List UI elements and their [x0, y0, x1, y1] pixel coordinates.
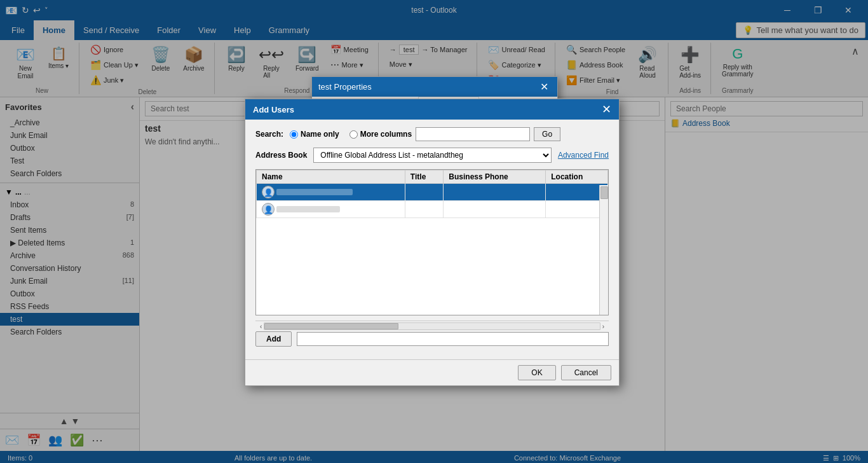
- table-row-2[interactable]: 👤: [257, 201, 608, 218]
- col-title: Title: [405, 170, 443, 184]
- h-scrollbar[interactable]: [264, 322, 600, 330]
- user-search-input[interactable]: [416, 127, 530, 141]
- results-table: Name Title Business Phone Location 👤: [256, 170, 608, 218]
- radio-name-only-input[interactable]: [290, 130, 298, 139]
- add-users-body: Search: Name only More columns Go Ad: [245, 120, 619, 359]
- row2-name: 👤: [257, 201, 405, 218]
- add-users-dialog: Add Users ✕ Search: Name only More colum…: [245, 99, 620, 386]
- add-users-cancel-btn[interactable]: Cancel: [561, 365, 611, 380]
- row1-title: [405, 184, 443, 201]
- add-users-footer: OK Cancel: [245, 359, 619, 385]
- results-container: Name Title Business Phone Location 👤: [255, 169, 609, 315]
- address-book-section-label: Address Book: [255, 151, 307, 160]
- user-icon-1: 👤: [262, 186, 275, 198]
- table-row-1[interactable]: 👤: [257, 184, 608, 201]
- row2-location: [546, 201, 608, 218]
- address-book-select[interactable]: Offline Global Address List - metalandth…: [313, 148, 552, 163]
- scroll-left-btn[interactable]: ‹: [258, 323, 264, 330]
- results-table-head: Name Title Business Phone Location: [257, 170, 608, 184]
- add-row: Add: [255, 331, 609, 347]
- row2-phone: [444, 201, 546, 218]
- properties-dialog-title: test Properties: [318, 82, 372, 92]
- radio-more-columns-label: More columns: [360, 130, 412, 139]
- user-icon-2: 👤: [262, 203, 275, 216]
- radio-more-columns[interactable]: More columns: [349, 130, 412, 139]
- row1-phone: [444, 184, 546, 201]
- properties-dialog-title-bar: test Properties ✕: [312, 77, 557, 97]
- h-scrollbar-thumb: [264, 323, 398, 329]
- address-book-section: Address Book Offline Global Address List…: [255, 148, 609, 163]
- radio-name-only[interactable]: Name only: [290, 130, 339, 139]
- col-location: Location: [546, 170, 608, 184]
- radio-more-columns-input[interactable]: [349, 130, 358, 139]
- row1-name-blur: [276, 189, 353, 195]
- advanced-find-link[interactable]: Advanced Find: [558, 151, 609, 160]
- scroll-right-btn[interactable]: ›: [600, 323, 606, 330]
- v-scrollbar-thumb[interactable]: [600, 186, 608, 199]
- results-table-body: 👤 👤: [257, 184, 608, 218]
- vertical-scrollbar: [599, 185, 608, 315]
- go-btn[interactable]: Go: [534, 127, 560, 141]
- add-users-title-bar: Add Users ✕: [245, 99, 619, 120]
- add-users-ok-btn[interactable]: OK: [518, 365, 555, 380]
- properties-dialog-close-btn[interactable]: ✕: [538, 81, 551, 93]
- col-name: Name: [257, 170, 405, 184]
- add-users-title: Add Users: [253, 105, 294, 114]
- search-row: Search: Name only More columns Go: [255, 127, 609, 141]
- row2-name-blur: [276, 206, 340, 212]
- add-btn[interactable]: Add: [255, 331, 292, 347]
- row1-name: 👤: [257, 184, 405, 201]
- radio-group: Name only More columns: [290, 130, 412, 139]
- row2-title: [405, 201, 443, 218]
- add-users-close-btn[interactable]: ✕: [602, 104, 611, 115]
- radio-name-only-label: Name only: [301, 130, 339, 139]
- horizontal-scrollbar-row: ‹ ›: [255, 321, 609, 331]
- search-label: Search:: [255, 130, 283, 139]
- results-table-header-row: Name Title Business Phone Location: [257, 170, 608, 184]
- col-phone: Business Phone: [444, 170, 546, 184]
- add-input[interactable]: [297, 332, 609, 346]
- search-controls: Name only More columns Go: [290, 127, 560, 141]
- row1-location: [546, 184, 608, 201]
